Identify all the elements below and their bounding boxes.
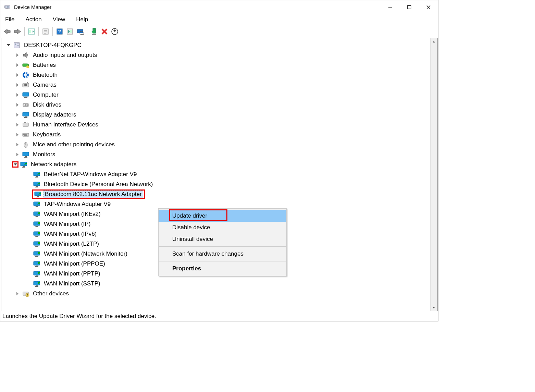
update-driver-button[interactable] [110,27,120,36]
svg-rect-3 [8,6,9,8]
expand-icon[interactable] [14,82,21,88]
net-icon [33,280,40,287]
tree-category[interactable]: Audio inputs and outputs [1,50,430,60]
tree-device[interactable]: Bluetooth Device (Personal Area Network) [1,179,430,189]
titlebar: Device Manager [0,0,438,14]
properties-button[interactable] [41,27,50,36]
minimize-button[interactable] [381,0,400,14]
forward-button[interactable] [13,27,22,36]
tree-category-label: Display adapters [32,111,78,119]
ctx-disable-device[interactable]: Disable device [159,222,286,233]
tree-device-label: WAN Miniport (L2TP) [42,240,100,248]
tree-device-label: WAN Miniport (PPTP) [42,270,102,278]
net-icon [33,240,40,248]
expand-icon[interactable] [14,92,21,98]
tree-device-label: WAN Miniport (IKEv2) [42,210,102,218]
tree-category[interactable]: Cameras [1,80,430,90]
expand-icon[interactable] [14,132,21,138]
tree-category[interactable]: Display adapters [1,110,430,120]
svg-rect-10 [29,30,31,33]
scroll-up-icon[interactable]: ▴ [432,38,436,45]
tree-device-label: Bluetooth Device (Personal Area Network) [42,181,154,188]
close-button[interactable] [419,0,438,14]
help-button[interactable]: ? [55,27,64,36]
monitor-icon [22,91,29,99]
net-icon [33,171,40,178]
svg-rect-23 [92,34,96,35]
expand-icon[interactable] [14,52,21,58]
ctx-properties-label: Properties [172,265,201,272]
tree-category[interactable]: Mice and other pointing devices [1,139,430,149]
toolbar-separator [24,27,25,36]
tree-device[interactable]: WAN Miniport (SSTP) [1,279,430,289]
expand-icon[interactable] [14,102,21,108]
ctx-separator [159,261,286,261]
back-button[interactable] [2,27,12,36]
toolbar-separator [38,27,39,36]
tree-root[interactable]: DESKTOP-4FQKGPC [1,40,430,50]
bluetooth-icon [22,71,29,79]
ctx-separator [159,246,286,247]
expand-icon[interactable] [14,72,21,78]
tree-category-label: Other devices [32,290,70,297]
scan-button[interactable] [65,27,75,36]
content-area: DESKTOP-4FQKGPCAudio inputs and outputsB… [1,38,438,311]
toolbar-separator [87,27,87,36]
tree-category[interactable]: Other devices [1,289,430,298]
maximize-button[interactable] [400,0,419,14]
tree-category-label: Batteries [32,61,57,69]
expand-icon[interactable] [12,161,18,168]
tree-device-label: Broadcom 802.11ac Network Adapter [43,191,143,198]
svg-text:?: ? [58,29,61,34]
tree-category-label: Computer [32,91,60,99]
tree-category[interactable]: Keyboards [1,130,430,139]
tree-category[interactable]: Bluetooth [1,70,430,80]
svg-rect-18 [70,30,72,33]
net-icon [34,191,41,198]
statusbar: Launches the Update Driver Wizard for th… [0,311,438,321]
expand-icon[interactable] [14,291,21,297]
tree-device-label: TAP-Windows Adapter V9 [42,200,112,208]
hid-icon [22,121,29,128]
menu-action[interactable]: Action [23,15,43,24]
svg-rect-4 [6,9,9,9]
toolbar-separator [52,27,53,36]
enable-device-button[interactable] [89,27,99,36]
show-hide-tree-button[interactable] [27,27,36,36]
expand-icon[interactable] [14,142,21,148]
scroll-down-icon[interactable]: ▾ [432,304,436,311]
ctx-properties[interactable]: Properties [159,263,286,274]
speaker-icon [22,51,29,59]
window-title: Device Manager [14,4,381,10]
scrollbar-vertical[interactable]: ▴ ▾ [430,38,437,311]
expand-icon[interactable] [5,42,12,48]
scan-hardware-button[interactable] [75,27,85,36]
tree-category-network[interactable]: Network adapters [1,159,430,169]
menu-file[interactable]: File [3,15,16,24]
expand-icon[interactable] [14,112,21,118]
tree-category[interactable]: Computer [1,90,430,100]
tree-category[interactable]: Disk drives [1,100,430,110]
tree-category-label: Disk drives [32,101,63,109]
keyboard-icon [22,131,29,138]
expand-icon[interactable] [14,151,21,158]
tree-category[interactable]: Batteries [1,60,430,70]
menu-help[interactable]: Help [74,15,90,24]
tree-category[interactable]: Human Interface Devices [1,120,430,130]
tree-device[interactable]: TAP-Windows Adapter V9 [1,199,430,209]
tree-root-label: DESKTOP-4FQKGPC [23,41,83,49]
tree-device[interactable]: BetterNet TAP-Windows Adapter V9 [1,169,430,179]
expand-icon[interactable] [14,122,21,128]
ctx-uninstall-device[interactable]: Uninstall device [159,233,286,245]
app-icon [4,4,11,11]
ctx-update-driver[interactable]: Update driver [159,210,286,222]
menu-view[interactable]: View [51,15,67,24]
expand-icon[interactable] [14,62,21,68]
tree-category-label: Audio inputs and outputs [32,51,98,59]
tree-device-label: WAN Miniport (Network Monitor) [42,250,129,258]
ctx-update-driver-label: Update driver [172,212,207,219]
tree-category[interactable]: Monitors [1,149,430,159]
ctx-scan-hardware[interactable]: Scan for hardware changes [159,248,286,260]
tree-device[interactable]: Broadcom 802.11ac Network Adapter [1,189,430,199]
uninstall-device-button[interactable] [100,27,109,36]
